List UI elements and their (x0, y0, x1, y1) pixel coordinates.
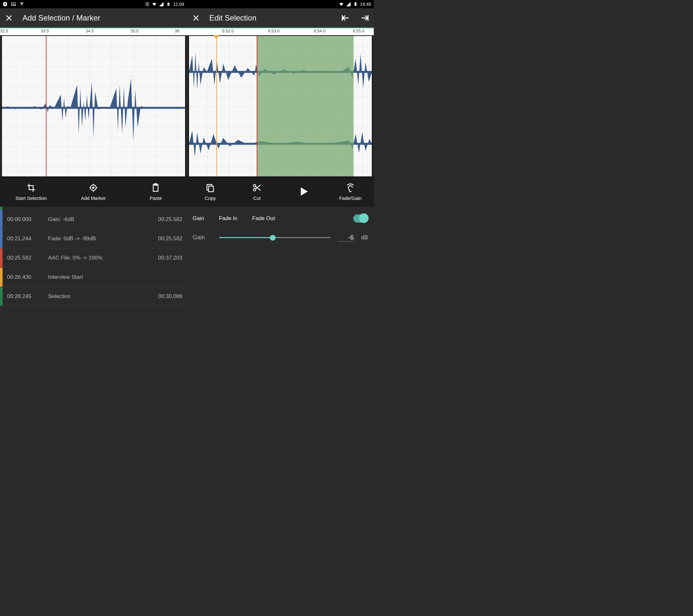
ruler-tick: 34.5 (86, 28, 94, 33)
marker-list[interactable]: 00:00.000 Gain: -6dB 00:25.582 00:21.244… (0, 206, 187, 332)
battery-icon (353, 2, 358, 7)
battery-icon (166, 2, 171, 7)
add-marker-button[interactable]: Add Marker (62, 177, 124, 206)
svg-point-4 (21, 3, 22, 4)
close-button[interactable] (190, 12, 202, 24)
ruler-tick: 33.5 (41, 28, 49, 33)
row-start-time: 00:25.582 (7, 255, 48, 261)
svg-rect-17 (209, 186, 213, 192)
wifi-icon (339, 2, 344, 7)
gain-slider[interactable] (219, 237, 331, 238)
scissors-icon (252, 183, 262, 194)
image-icon (11, 2, 16, 7)
copy-icon (205, 183, 215, 194)
time-ruler-left[interactable]: 32.533.534.535.536 (0, 28, 187, 35)
ruler-tick: 36 (175, 28, 179, 33)
signal-icon (159, 2, 164, 7)
color-chip (0, 248, 3, 267)
target-icon (88, 183, 98, 194)
svg-point-18 (254, 184, 256, 187)
lock-icon (3, 2, 8, 7)
start-selection-button[interactable]: Start Selection (0, 177, 62, 206)
list-item[interactable]: 00:25.582 AAC File: 0% -> 100% 00:37.203 (0, 248, 187, 267)
row-end-time: 00:25.582 (147, 236, 182, 242)
crop-icon (26, 183, 36, 194)
row-start-time: 00:28.245 (7, 293, 48, 300)
fade-gain-panel: Gain Fade In Fade Out Gain -6 dB (187, 206, 374, 250)
row-end-time: 00:37.203 (147, 255, 182, 261)
status-time: 14:40 (360, 2, 371, 7)
row-description: Interview Start (48, 274, 147, 280)
row-end-time: 00:30.086 (147, 293, 182, 300)
toolbar-right: Edit Selection (187, 8, 374, 28)
marker-line (216, 36, 217, 176)
row-end-time: 00:25.582 (147, 216, 182, 223)
color-chip (0, 267, 3, 286)
row-description: Selection (48, 293, 147, 300)
pane-add-selection: 11:04 Add Selection / Marker 32.533.534.… (0, 0, 187, 332)
marker-triangle[interactable] (214, 35, 219, 39)
playhead-cursor[interactable] (257, 36, 257, 176)
bug-icon (19, 2, 24, 7)
wifi-icon (152, 2, 157, 7)
play-button[interactable] (280, 177, 327, 206)
row-description: Fade: 0dB -> -99dB (48, 236, 147, 242)
status-bar-right: 14:40 (187, 0, 374, 8)
ear-icon (345, 183, 355, 194)
copy-button[interactable]: Copy (187, 177, 234, 206)
fade-gain-button[interactable]: Fade/Gain (327, 177, 374, 206)
tab-fade-out[interactable]: Fade Out (252, 215, 275, 222)
page-title: Edit Selection (210, 14, 257, 22)
svg-rect-13 (355, 3, 356, 6)
svg-rect-14 (355, 2, 356, 3)
row-start-time: 00:26.430 (7, 274, 48, 280)
color-chip (0, 229, 3, 248)
pane-edit-selection: 14:40 Edit Selection 6:52.06:53.06:54.06… (187, 0, 374, 332)
toolbar-left: Add Selection / Marker (0, 8, 187, 28)
row-description: Gain: -6dB (48, 216, 147, 223)
paste-button[interactable]: Paste (124, 177, 187, 206)
row-start-time: 00:21.244 (7, 236, 48, 242)
ruler-tick: 6:55.0 (353, 28, 364, 33)
playhead-cursor[interactable] (46, 36, 46, 176)
tab-fade-in[interactable]: Fade In (219, 215, 237, 222)
svg-rect-8 (2, 107, 185, 109)
list-row-partial (0, 206, 187, 210)
ruler-tick: 6:54.0 (314, 28, 325, 33)
cut-button[interactable]: Cut (234, 177, 280, 206)
list-item[interactable]: 00:00.000 Gain: -6dB 00:25.582 (0, 210, 187, 229)
ruler-tick: 6:52.0 (222, 28, 234, 33)
close-button[interactable] (3, 12, 15, 24)
selection-region[interactable] (257, 36, 354, 176)
svg-rect-12 (155, 184, 157, 185)
gain-value-input[interactable]: -6 (338, 234, 354, 242)
action-bar-left: Start Selection Add Marker Paste (0, 177, 187, 206)
gain-toggle[interactable] (353, 214, 368, 223)
svg-rect-7 (168, 3, 169, 3)
svg-point-2 (5, 3, 6, 4)
clipboard-icon (151, 183, 160, 194)
waveform-left[interactable] (1, 35, 186, 177)
play-icon (298, 185, 310, 199)
list-item[interactable]: 00:21.244 Fade: 0dB -> -99dB 00:25.582 (0, 229, 187, 248)
ruler-tick: 32.5 (0, 28, 8, 33)
status-time: 11:04 (173, 2, 184, 7)
gain-label: Gain (193, 234, 212, 241)
list-item[interactable]: 00:28.245 Selection 00:30.086 (0, 287, 187, 306)
goto-end-button[interactable] (359, 12, 371, 24)
svg-point-19 (254, 188, 256, 191)
waveform-right[interactable] (188, 35, 373, 177)
svg-point-10 (93, 187, 94, 188)
list-item[interactable]: 00:26.430 Interview Start (0, 267, 187, 287)
time-ruler-right[interactable]: 6:52.06:53.06:54.06:55.0 (187, 28, 374, 35)
goto-start-button[interactable] (340, 12, 351, 24)
ruler-tick: 35.5 (131, 28, 139, 33)
page-title: Add Selection / Marker (22, 14, 100, 22)
alarm-icon (145, 2, 150, 7)
row-start-time: 00:00.000 (7, 216, 48, 223)
ruler-tick: 6:53.0 (268, 28, 279, 33)
tab-gain[interactable]: Gain (193, 215, 204, 222)
action-bar-right: Copy Cut Fade/Gain (187, 177, 374, 206)
status-bar-left: 11:04 (0, 0, 187, 8)
color-chip (0, 287, 3, 306)
